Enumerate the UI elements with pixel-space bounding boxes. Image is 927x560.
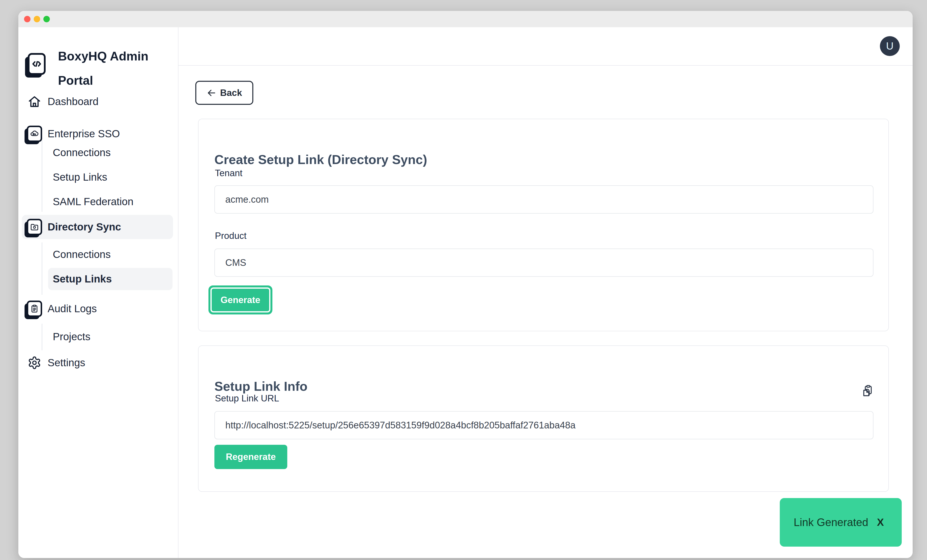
toast-message: Link Generated	[794, 516, 868, 528]
sidebar-subitem-label: Connections	[53, 147, 111, 159]
sidebar-item-audit-logs[interactable]: Audit Logs	[22, 297, 173, 321]
close-window-button[interactable]	[24, 16, 30, 22]
sidebar-subitem-sso-connections[interactable]: Connections	[48, 141, 173, 164]
minimize-window-button[interactable]	[34, 16, 40, 22]
card-title: Create Setup Link (Directory Sync)	[214, 152, 427, 167]
nav-group-guide-line	[42, 140, 43, 212]
boxyhq-logo-icon	[28, 53, 46, 75]
tenant-input[interactable]	[214, 185, 874, 214]
page-content: Back Create Setup Link (Directory Sync) …	[178, 66, 913, 558]
sidebar-subitem-dsync-connections[interactable]: Connections	[48, 243, 173, 266]
sidebar-item-directory-sync[interactable]: Directory Sync	[22, 215, 173, 239]
sidebar-item-settings[interactable]: Settings	[22, 351, 173, 375]
sidebar-subitem-dsync-setup-links[interactable]: Setup Links	[48, 268, 173, 290]
toast-success: Link Generated X	[780, 498, 902, 546]
clipboard-list-icon	[27, 300, 42, 317]
maximize-window-button[interactable]	[43, 16, 50, 22]
back-button-label: Back	[220, 88, 242, 98]
folder-sync-icon	[27, 219, 42, 235]
generate-button[interactable]: Generate	[208, 285, 272, 314]
sidebar: BoxyHQ Admin Portal Dashboard	[18, 27, 178, 558]
tenant-label: Tenant	[215, 168, 242, 178]
app-title: BoxyHQ Admin Portal	[58, 44, 155, 93]
copy-to-clipboard-button[interactable]	[861, 384, 873, 397]
code-brackets-icon	[31, 58, 43, 70]
setup-link-info-card: Setup Link Info Setup Link URL	[198, 345, 889, 492]
sidebar-item-label: Enterprise SSO	[47, 128, 120, 140]
home-icon	[27, 94, 42, 109]
setup-link-url-input[interactable]	[214, 411, 874, 439]
top-header: U	[178, 27, 913, 66]
sidebar-subitem-saml-federation[interactable]: SAML Federation	[48, 191, 173, 213]
setup-link-url-label: Setup Link URL	[215, 393, 279, 404]
avatar-initial: U	[886, 40, 894, 52]
app-window: BoxyHQ Admin Portal Dashboard	[18, 11, 913, 558]
sidebar-item-label: Dashboard	[47, 96, 99, 108]
sidebar-item-label: Directory Sync	[47, 221, 121, 233]
toast-close-button[interactable]: X	[877, 516, 884, 528]
card-title: Setup Link Info	[214, 378, 308, 394]
sidebar-subitem-label: Setup Links	[53, 273, 112, 285]
sidebar-item-label: Settings	[47, 357, 85, 369]
titlebar	[18, 11, 913, 27]
create-setup-link-card: Create Setup Link (Directory Sync) Tenan…	[198, 119, 889, 331]
gear-icon	[27, 355, 42, 370]
sidebar-subitem-label: Projects	[53, 331, 90, 343]
sidebar-item-dashboard[interactable]: Dashboard	[22, 90, 173, 114]
clipboard-copy-icon	[861, 384, 873, 397]
sidebar-subitem-sso-setup-links[interactable]: Setup Links	[48, 166, 173, 188]
sidebar-item-label: Audit Logs	[47, 303, 97, 315]
nav-group-guide-line	[42, 242, 43, 295]
sidebar-subitem-projects[interactable]: Projects	[48, 326, 173, 348]
arrow-left-icon	[207, 88, 216, 98]
back-button[interactable]: Back	[195, 81, 253, 105]
product-label: Product	[215, 231, 247, 241]
regenerate-button[interactable]: Regenerate	[214, 445, 287, 469]
nav-group-guide-line	[42, 323, 43, 351]
sso-cloud-key-icon	[27, 126, 42, 142]
sidebar-subitem-label: SAML Federation	[53, 196, 133, 208]
user-avatar[interactable]: U	[880, 36, 900, 56]
sidebar-subitem-label: Setup Links	[53, 171, 107, 183]
product-input[interactable]	[214, 249, 874, 277]
sidebar-subitem-label: Connections	[53, 249, 111, 260]
